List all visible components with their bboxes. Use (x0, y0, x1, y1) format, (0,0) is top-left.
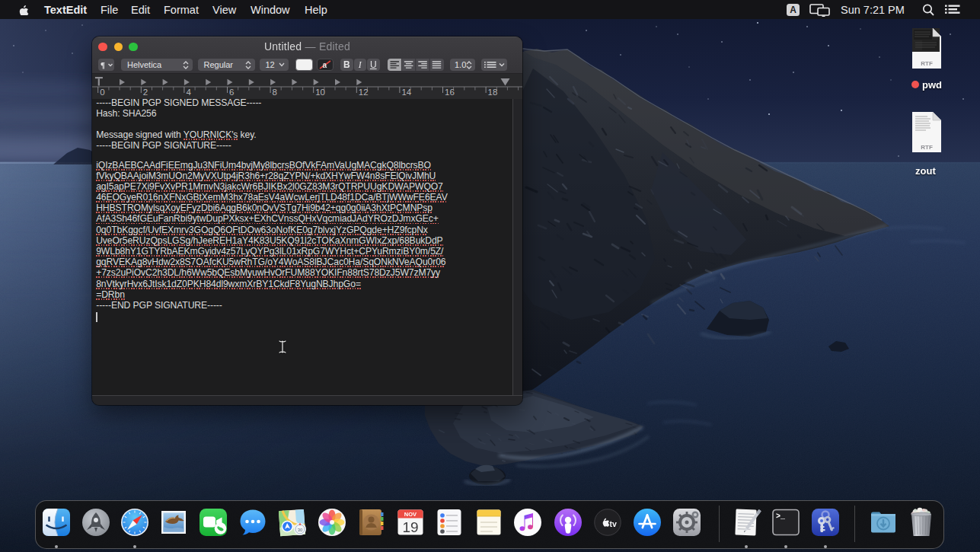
svg-text:2: 2 (143, 88, 148, 97)
svg-text:tv: tv (610, 519, 617, 528)
svg-text:10: 10 (315, 88, 325, 97)
svg-text:4: 4 (186, 88, 191, 97)
svg-text:NOV: NOV (404, 511, 416, 518)
svg-text:6: 6 (229, 88, 234, 97)
svg-text:12: 12 (359, 88, 369, 97)
svg-text:0: 0 (100, 88, 104, 97)
svg-text:8: 8 (273, 88, 277, 97)
svg-text:>_: >_ (776, 512, 786, 521)
svg-text:19: 19 (402, 519, 418, 535)
svg-text:a: a (322, 61, 327, 69)
svg-text:14: 14 (401, 88, 411, 97)
svg-text:18: 18 (488, 88, 498, 97)
svg-text:¶: ¶ (101, 60, 105, 69)
svg-text:RTF: RTF (921, 144, 933, 151)
svg-text:16: 16 (445, 88, 455, 97)
svg-text:30: 30 (298, 528, 303, 532)
svg-text:RTF: RTF (921, 60, 933, 67)
